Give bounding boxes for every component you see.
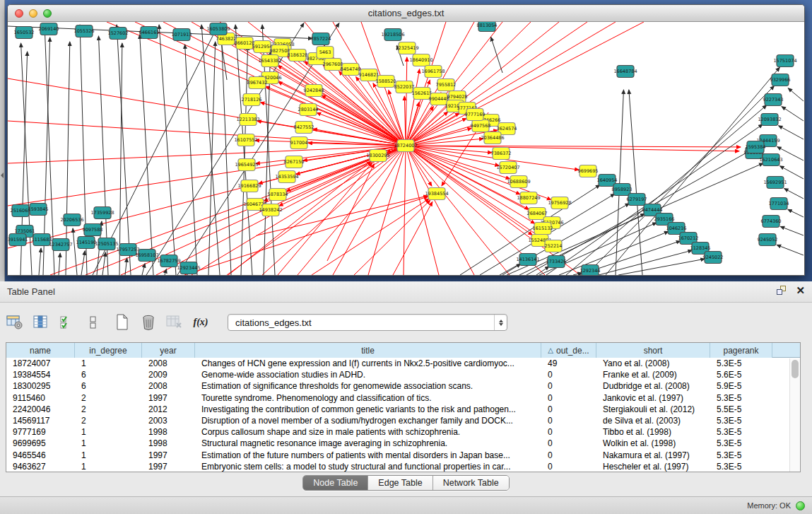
table-row[interactable]: 1456911722003Disruption of a novel membe… [6,415,800,426]
graph-node[interactable]: 1588520 [376,76,396,88]
column-header-title[interactable]: title [195,343,541,358]
graph-node[interactable]: 1650532 [14,27,35,39]
graph-node[interactable]: 19166829 [237,180,261,192]
graph-node[interactable]: 9329966 [770,74,791,86]
select-columns-icon[interactable] [58,313,76,332]
graph-node[interactable]: 16107552 [234,134,257,146]
graph-node[interactable]: 14938242 [259,204,282,216]
graph-node[interactable]: 8454749 [341,64,361,76]
column-chooser-icon[interactable] [84,313,102,332]
graph-node[interactable]: 19384554 [425,188,448,200]
graph-node[interactable]: 16053809 [206,23,230,35]
graph-node[interactable]: 1292344 [580,265,601,276]
graph-node[interactable]: 1595384 [746,141,766,153]
table-row[interactable]: 946362711997Embryonic stem cells: a mode… [6,461,800,472]
graph-node[interactable]: 7386372 [491,148,512,160]
graph-node[interactable]: 252214 [545,240,563,252]
combo-stepper-icon[interactable] [494,315,507,330]
window-titlebar[interactable]: citations_edges.txt [8,5,804,22]
table-row[interactable]: 911546021997Tourette syndrome. Phenomeno… [6,392,800,404]
graph-node[interactable]: 1771034 [769,198,789,210]
graph-node[interactable]: 1733426 [546,256,567,268]
column-header-in_degree[interactable]: in_degree [75,343,142,358]
graph-node[interactable]: 12505135 [95,238,118,250]
column-header-short[interactable]: short [596,343,710,358]
graph-node[interactable]: 7857224 [311,33,331,45]
graph-node[interactable]: 9699695 [578,165,599,177]
splitter-strip[interactable] [0,0,5,281]
graph-node[interactable]: 1145190 [76,237,97,249]
graph-node[interactable]: 12342757 [49,239,72,251]
delete-table-icon[interactable] [165,313,184,332]
graph-node[interactable]: 9242848 [304,85,324,97]
function-builder-icon[interactable]: f(x) [192,313,210,332]
graph-node[interactable]: 6466161 [139,27,160,39]
graph-node[interactable]: 9245022 [703,252,724,264]
graph-node[interactable]: 8813054 [477,22,498,32]
table-row[interactable]: 1830029562008Estimation of significance … [6,380,800,392]
graph-node[interactable]: 2069140 [39,23,59,35]
graph-node[interactable]: 14136141 [516,254,539,266]
scrollbar-thumb[interactable] [792,360,799,378]
network-canvas[interactable]: 1872400727181261221338316107552196549251… [8,22,804,275]
graph-node[interactable]: 6279197 [627,194,647,206]
graph-node[interactable]: 917004 [290,137,308,149]
graph-node[interactable]: 16961758 [421,66,445,78]
graph-node[interactable]: 12213383 [236,114,259,126]
graph-node[interactable]: 1071913 [172,29,192,41]
column-header-out_de[interactable]: △out_de... [541,343,596,358]
table-vertical-scrollbar[interactable] [789,358,799,472]
table-row[interactable]: 1872400712008Changes of HCN gene express… [6,358,800,369]
show-columns-icon[interactable] [32,313,50,332]
table-row[interactable]: 969969511998Structural magnetic resonanc… [6,438,800,449]
splitter-collapse-icon[interactable] [1,173,4,178]
graph-node[interactable]: 12093832 [758,114,781,126]
graph-node[interactable]: 12923445 [177,262,200,274]
graph-node[interactable]: 8427552 [294,122,314,134]
graph-node[interactable]: 16543382 [258,55,281,67]
graph-node[interactable]: 1593845 [28,204,49,216]
graph-node[interactable]: 1055326 [74,25,95,37]
table-selector-combo[interactable]: citations_edges.txt [228,314,507,331]
close-panel-icon[interactable]: ✕ [796,285,805,296]
graph-node[interactable]: 16648784 [613,66,637,78]
graph-node[interactable]: 9227343 [763,94,784,106]
tab-edge-table[interactable]: Edge Table [368,476,433,490]
graph-node[interactable]: 9097588 [83,224,103,236]
table-settings-icon[interactable] [6,313,24,332]
graph-node[interactable]: 3915941 [8,234,28,246]
graph-node[interactable]: 10688609 [507,176,530,188]
graph-node[interactable]: 16210643 [759,154,782,166]
graph-node[interactable]: 16958107 [135,250,158,262]
graph-node[interactable]: 17359928 [90,207,114,219]
graph-node[interactable]: 19654925 [235,159,258,171]
graph-node[interactable]: 12325419 [395,42,418,54]
tab-network-table[interactable]: Network Table [433,476,509,490]
table-row[interactable]: 2242004622012Investigating the contribut… [6,404,800,415]
float-panel-icon[interactable] [776,285,787,296]
graph-node[interactable]: 18724007 [394,140,417,152]
graph-node[interactable]: 9777169 [465,109,486,121]
graph-node[interactable]: 8967432 [247,77,268,89]
network-graph[interactable]: 1872400727181261221338316107552196549251… [8,22,804,275]
table-row[interactable]: 946554611997Estimation of the future num… [6,450,800,461]
table-row[interactable]: 1938455462009Genome-wide association stu… [6,369,800,380]
graph-node[interactable]: 19218506 [381,29,404,41]
graph-node[interactable]: 18807249 [517,192,540,204]
graph-node[interactable]: 2803144 [298,104,319,116]
delete-rows-icon[interactable] [139,313,158,332]
table-row[interactable]: 977716911998Corpus callosum shape and si… [6,426,800,438]
tab-node-table[interactable]: Node Table [303,476,368,490]
graph-node[interactable]: 7955812 [436,79,457,91]
graph-node[interactable]: 6774360 [761,216,782,228]
graph-node[interactable]: 1527602 [108,28,129,40]
graph-node[interactable]: 2718126 [242,94,262,106]
graph-node[interactable]: 15751074 [773,55,796,67]
graph-node[interactable]: 19756928 [548,197,571,209]
graph-node[interactable]: 20364486 [481,132,504,144]
graph-node[interactable]: 9497568 [471,120,491,132]
graph-node[interactable]: 15692951 [763,177,787,189]
column-header-pagerank[interactable]: pagerank [710,343,772,358]
graph-node[interactable]: 18300295 [366,150,389,162]
memory-status-icon[interactable] [796,501,805,510]
